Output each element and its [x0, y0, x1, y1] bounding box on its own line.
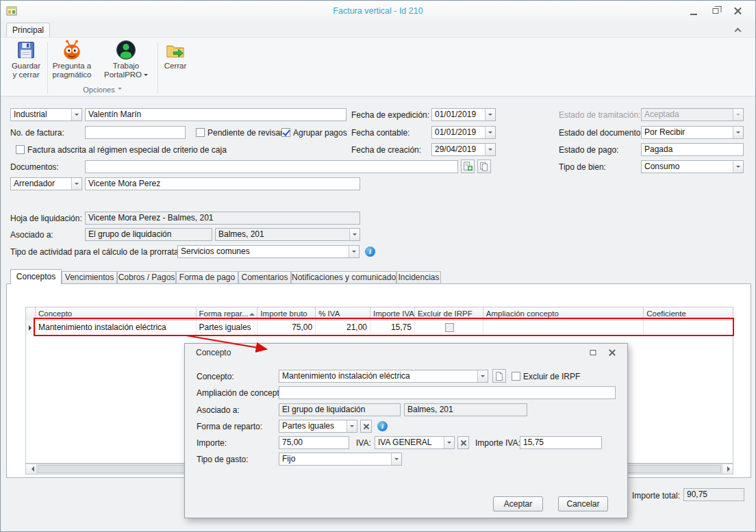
clear-iva-button[interactable] — [457, 436, 469, 449]
tab-notificaciones[interactable]: Notificaciones y comunicados — [291, 271, 396, 283]
concepto-dialog: Concepto Concepto: Mantenimiento instala… — [184, 343, 628, 518]
documentos-input[interactable] — [85, 160, 458, 173]
dialog-iva-combobox[interactable]: IVA GENERAL — [375, 436, 455, 449]
dropdown-arrow-icon[interactable] — [349, 229, 360, 240]
dialog-forma-reparto-combobox[interactable]: Partes iguales — [279, 420, 357, 433]
scroll-left-button[interactable] — [26, 464, 37, 474]
asset-type-combobox[interactable]: Consumo — [641, 160, 744, 173]
dialog-tipo-gasto-combobox[interactable]: Fijo — [279, 453, 402, 466]
column-header-importe-iva[interactable]: Importe IVA — [370, 307, 415, 320]
asociado-property-combobox[interactable]: Balmes, 201 — [215, 228, 360, 241]
tab-comentarios[interactable]: Comentarios — [238, 271, 291, 283]
restore-button[interactable] — [706, 5, 725, 17]
creation-date-label: Fecha de creación: — [351, 144, 421, 156]
criterio-caja-checkbox[interactable] — [16, 145, 25, 154]
dropdown-arrow-icon[interactable] — [485, 144, 495, 155]
cancelar-button[interactable]: Cancelar — [558, 496, 608, 511]
asociado-label: Asociado a: — [10, 229, 53, 241]
agrupar-pagos-label[interactable]: Agrupar pagos — [293, 127, 347, 139]
dropdown-arrow-icon[interactable] — [349, 246, 359, 257]
dialog-asociado-group-input[interactable]: El grupo de liquidación — [279, 403, 401, 416]
dropdown-arrow-icon[interactable] — [444, 437, 454, 448]
tab-incidencias[interactable]: Incidencias — [396, 271, 441, 283]
landlord-name-input[interactable]: Vicente Mora Perez — [85, 177, 360, 190]
column-header-coeficiente[interactable]: Coeficiente — [644, 307, 733, 320]
column-header-forma-reparto[interactable]: Forma repar... — [197, 307, 258, 320]
cell-coeficiente[interactable] — [644, 320, 733, 335]
ribbon-collapse-button[interactable] — [731, 25, 746, 36]
processing-status-label: Estado de tramitación: — [559, 109, 640, 121]
dialog-excluir-irpf-checkbox[interactable] — [512, 372, 520, 381]
dropdown-arrow-icon[interactable] — [485, 127, 495, 138]
cell-iva-pct[interactable]: 21,00 — [316, 320, 370, 335]
dialog-maximize-button[interactable] — [586, 347, 600, 358]
cell-importe-bruto[interactable]: 75,00 — [257, 320, 316, 335]
scroll-right-button[interactable] — [722, 464, 733, 474]
pregunta-pragmatico-button[interactable]: Pregunta a pragmático — [49, 40, 94, 84]
issue-date-picker[interactable]: 01/01/2019 — [431, 108, 496, 121]
document-status-combobox[interactable]: Por Recibir — [641, 126, 744, 139]
dialog-asociado-property-input[interactable]: Balmes, 201 — [404, 403, 527, 416]
invoice-number-input[interactable] — [85, 126, 186, 139]
cell-importe-iva[interactable]: 15,75 — [370, 320, 415, 335]
dropdown-arrow-icon[interactable] — [477, 370, 488, 382]
table-row[interactable]: Mantenimiento instalación eléctrica Part… — [26, 320, 733, 335]
dialog-ampliacion-input[interactable] — [279, 386, 616, 399]
dropdown-arrow-icon[interactable] — [733, 127, 743, 138]
tab-conceptos[interactable]: Conceptos — [10, 269, 62, 284]
tab-forma-de-pago[interactable]: Forma de pago — [176, 271, 238, 283]
party-type-combobox[interactable]: Industrial — [10, 108, 82, 121]
guardar-y-cerrar-button[interactable]: Guardar y cerrar — [6, 40, 46, 84]
column-header-excluir-irpf[interactable]: Excluir de IRPF — [415, 307, 483, 320]
party-name-input[interactable]: Valentín Marín — [85, 108, 346, 121]
close-button[interactable] — [728, 5, 747, 17]
cell-forma-reparto[interactable]: Partes iguales — [197, 320, 258, 335]
criterio-caja-label[interactable]: Factura adscrita al régimen especial de … — [27, 144, 227, 156]
dropdown-arrow-icon[interactable] — [733, 161, 743, 173]
info-icon[interactable]: i — [377, 421, 388, 431]
ribbon-tabrow: Principal — [1, 21, 755, 37]
dropdown-arrow-icon[interactable] — [346, 420, 357, 432]
dialog-importe-input[interactable]: 75,00 — [279, 436, 349, 449]
ribbon-tab-principal[interactable]: Principal — [6, 23, 50, 37]
add-document-button[interactable] — [461, 160, 475, 173]
creation-date-picker[interactable]: 29/04/2019 — [431, 143, 496, 156]
column-header-ampliacion[interactable]: Ampliación concepto — [483, 307, 644, 320]
dialog-excluir-irpf-label[interactable]: Excluir de IRPF — [523, 370, 580, 383]
pendiente-revisar-checkbox[interactable] — [196, 128, 205, 137]
save-icon — [16, 40, 36, 60]
dialog-importe-iva-input[interactable]: 15,75 — [520, 436, 602, 449]
dropdown-arrow-icon[interactable] — [71, 109, 81, 121]
tab-vencimientos[interactable]: Vencimientos — [62, 271, 117, 283]
new-concepto-button[interactable] — [492, 369, 506, 383]
copy-document-button[interactable] — [477, 160, 491, 173]
aceptar-button[interactable]: Aceptar — [493, 496, 543, 511]
pendiente-revisar-label[interactable]: Pendiente de revisar — [207, 127, 283, 139]
excluir-irpf-checkbox[interactable] — [445, 323, 454, 332]
settlement-sheet-input[interactable]: Vicente Mora Perez - Balmes, 201 — [85, 212, 360, 225]
payment-status-input[interactable]: Pagada — [641, 143, 744, 156]
cell-ampliacion[interactable] — [483, 320, 644, 335]
accounting-date-picker[interactable]: 01/01/2019 — [431, 126, 496, 139]
dialog-concepto-combobox[interactable]: Mantenimiento instalación eléctrica — [279, 370, 488, 383]
dropdown-arrow-icon[interactable] — [485, 109, 495, 121]
trabajo-portalpro-button[interactable]: Trabajo PortalPRO — [97, 40, 155, 84]
prorrata-combobox[interactable]: Servicios comunes — [177, 245, 360, 258]
cell-concepto[interactable]: Mantenimiento instalación eléctrica — [36, 320, 197, 335]
sort-ascending-icon — [249, 310, 255, 316]
column-header-iva-pct[interactable]: % IVA — [316, 307, 370, 320]
column-header-importe-bruto[interactable]: Importe bruto — [257, 307, 316, 320]
info-icon[interactable]: i — [365, 246, 375, 257]
column-header-concepto[interactable]: Concepto — [36, 307, 197, 320]
dropdown-arrow-icon[interactable] — [71, 178, 81, 190]
dropdown-arrow-icon[interactable] — [391, 453, 401, 465]
agrupar-pagos-checkbox[interactable] — [281, 128, 290, 137]
ribbon-group-opciones[interactable]: Opciones — [49, 86, 155, 94]
tab-cobros-pagos[interactable]: Cobros / Pagos — [117, 271, 176, 283]
cerrar-button[interactable]: Cerrar — [160, 40, 190, 84]
asociado-group-input[interactable]: El grupo de liquidación — [85, 228, 212, 241]
minimize-button[interactable] — [684, 5, 703, 17]
dialog-close-button[interactable] — [605, 347, 619, 358]
clear-forma-reparto-button[interactable] — [360, 420, 372, 433]
landlord-type-combobox[interactable]: Arrendador — [10, 177, 82, 190]
